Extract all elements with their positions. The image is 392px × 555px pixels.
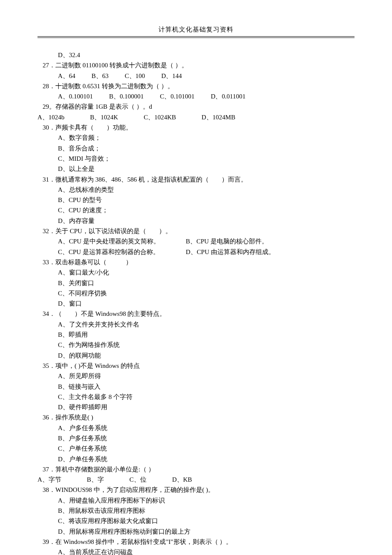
option-line: D、用鼠标将应用程序图标拖动到窗口的最上方 (37, 526, 355, 537)
question-line: 39．在 Windows98 操作中，若鼠标指针变成"I"形状，则表示（ ）。 (37, 537, 355, 547)
option: A、字节 (37, 474, 61, 485)
option-line: B、户多任务系统 (37, 433, 355, 443)
option-line: B、链接与嵌入 (37, 382, 355, 392)
divider-top (37, 36, 355, 37)
option: C、0.101001 (160, 91, 194, 101)
option-line: B、CPU 的型号 (37, 195, 355, 205)
option: D、0.011001 (211, 91, 246, 101)
option: B、1024K (90, 112, 118, 122)
option-line: A、窗口最大/小化 (37, 267, 355, 278)
option: B、63 (92, 71, 109, 81)
option: A、1024b (37, 112, 64, 122)
question-line: 36．操作系统是( ) (37, 412, 355, 422)
question-line: 27．二进制数 01100100 转换成十六进制数是（ ）。 (37, 60, 355, 70)
option-line: D、的联网功能 (37, 350, 355, 361)
option-line: A、数字音频； (37, 133, 355, 143)
option-line: A、当前系统正在访问磁盘 (37, 547, 355, 555)
option-line: A、户多任务系统 (37, 423, 355, 433)
option-line: B、关闭窗口 (37, 278, 355, 288)
question-line: 37．算机中存储数据的最小单位是:（ ） (37, 464, 355, 474)
question-line: 32．关于 CPU，以下说法错误的是（ ）。 (37, 226, 355, 236)
option: A、CPU 是中央处理器的英文简称。 (58, 236, 186, 246)
option-line: C、作为网络操作系统 (37, 340, 355, 350)
option: B、字 (87, 474, 104, 485)
option-row-inline: A、1024bB、1024KC、1024KBD、1024MB (37, 112, 355, 122)
option-row-inline: A、0.100101B、0.100001C、0.101001D、0.011001 (37, 91, 355, 101)
option-line: B、即插用 (37, 330, 355, 340)
divider-bottom (37, 38, 355, 38)
option-line: A、了文件夹并支持长文件名 (37, 319, 355, 330)
option-row-pair: A、CPU 是中央处理器的英文简称。B、CPU 是电脑的核心部件。 (37, 236, 355, 246)
option-line: C、CPU 的速度； (37, 205, 355, 215)
option-row-inline: A、64B、63C、100D、144 (37, 71, 355, 81)
option: C、CPU 是运算器和控制器的合称。 (58, 247, 186, 257)
option: C、位 (130, 474, 147, 485)
option: B、0.100001 (109, 91, 144, 101)
option-line: A、总线标准的类型 (37, 185, 355, 195)
question-line: 29。存储器的容量 1GB 是表示（ ）。d (37, 101, 355, 112)
option-line: A、用键盘输入应用程序图标下的标识 (37, 495, 355, 506)
option: A、64 (58, 71, 75, 81)
question-line: 28．十进制数 0.6531 转换为二进制数为（ ）。 (37, 81, 355, 91)
option-line: D、32.4 (37, 50, 355, 60)
option: C、1024KB (144, 112, 176, 122)
option-line: C、户单任务系统 (37, 443, 355, 454)
question-line: 30．声频卡具有（ ）功能。 (37, 122, 355, 133)
option-line: B、用鼠标双击该应用程序图标 (37, 506, 355, 516)
option-line: C、MIDI 与音效； (37, 153, 355, 164)
option-line: C、将该应用程序图标最大化成窗口 (37, 516, 355, 526)
option-line: C、不同程序切换 (37, 288, 355, 298)
page-header: 计算机文化基础复习资料 (37, 26, 355, 36)
content-body: D、32.427．二进制数 01100100 转换成十六进制数是（ ）。A、64… (37, 50, 355, 555)
option: C、100 (125, 71, 145, 81)
option-line: A、所见即所得 (37, 371, 355, 381)
option: D、144 (161, 71, 182, 81)
option-line: D、以上全是 (37, 164, 355, 174)
option-line: C、主文件名最多 8 个字符 (37, 392, 355, 402)
option: D、CPU 由运算器和内存组成。 (186, 249, 275, 255)
question-line: 38．WINDOUS98 中，为了启动应用程序，正确的操作是( )。 (37, 485, 355, 495)
option-line: D、硬件即插即用 (37, 402, 355, 412)
option: D、1024MB (202, 112, 235, 122)
question-line: 31．微机通常称为 386、486、586 机，这是指该机配置的（ ）而言。 (37, 174, 355, 185)
question-line: 33．双击标题条可以（ ） (37, 257, 355, 267)
option: D、KB (172, 474, 192, 485)
option: A、0.100101 (58, 91, 93, 101)
option-line: D、窗口 (37, 298, 355, 309)
question-line: 34．（ ）不是 Windows98 的主要特点。 (37, 309, 355, 319)
option-row-inline: A、字节B、字C、位D、KB (37, 474, 355, 485)
option-line: D、内存容量 (37, 216, 355, 226)
option-line: B、音乐合成； (37, 143, 355, 153)
option: B、CPU 是电脑的核心部件。 (186, 238, 268, 245)
question-line: 35．项中，( )不是 Windows 的特点 (37, 361, 355, 371)
option-row-pair: C、CPU 是运算器和控制器的合称。D、CPU 由运算器和内存组成。 (37, 247, 355, 257)
option-line: D、户单任务系统 (37, 454, 355, 464)
